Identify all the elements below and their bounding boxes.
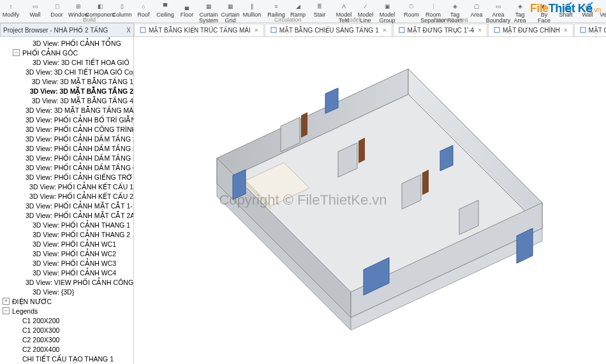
ribbon-mullion[interactable]: ‖Mullion bbox=[241, 1, 263, 18]
wall-icon: ▭ bbox=[30, 1, 40, 11]
tree-item[interactable]: 3D View: PHỐI CẢNH MẶT CẮT 2A-2A bbox=[1, 210, 133, 220]
window-icon: ⊞ bbox=[73, 1, 84, 11]
tree-item[interactable]: 3D View: PHỐI CẢNH WC4 bbox=[1, 268, 133, 277]
ribbon-area[interactable]: ▢Area bbox=[466, 1, 487, 18]
view-tab[interactable]: MẶT BẰNG CHIẾU SÁNG TẦNG 1× bbox=[265, 24, 392, 36]
tag-room-icon: ◈ bbox=[450, 1, 460, 11]
tree-item[interactable]: −PHỐI CẢNH GÓC bbox=[1, 48, 133, 57]
tree-item-label: 3D View: PHỐI CẢNH MẶT CẮT 1-1 bbox=[26, 202, 134, 210]
tree-item[interactable]: 3D View: PHỐI CẢNH GIẾNG TRỜI bbox=[1, 172, 133, 182]
view-tab-label: MẶT CẮT 2A-2A bbox=[589, 27, 606, 34]
tree-item[interactable]: 3D View: 3D MẶT BẰNG TẦNG MÁI bbox=[1, 105, 133, 115]
tree-item[interactable]: C1 200X300 bbox=[1, 325, 133, 335]
tree-item-label: 3D View: PHỐI CẢNH WC3 bbox=[33, 259, 116, 267]
tree-item[interactable]: 3D View: 3D MẶT BẰNG TẦNG 1 bbox=[1, 76, 133, 86]
view-tab-icon bbox=[580, 27, 586, 33]
tree-item-label: PHỐI CẢNH GÓC bbox=[22, 49, 78, 57]
ribbon-railing[interactable]: ≡Railing bbox=[265, 1, 287, 18]
tree-item-label: 3D View: PHỐI CẢNH THANG 1 bbox=[33, 221, 130, 229]
tree-item[interactable]: 3D View: 3D CHI TIẾT HOA GIÓ bbox=[1, 57, 133, 67]
tree-item[interactable]: 3D View: 3D MẶT BẰNG TẦNG 2 bbox=[1, 86, 133, 96]
ribbon-wall[interactable]: ▭Wall bbox=[24, 1, 46, 18]
tree-item-label: 3D View: PHỐI CẢNH CÔNG TRÌNH. bbox=[26, 126, 134, 133]
ribbon-modify[interactable]: ↕Modify bbox=[0, 1, 22, 18]
panel-close-button[interactable]: X bbox=[126, 27, 131, 34]
ribbon-door[interactable]: ⎕Door bbox=[46, 1, 68, 18]
tab-close-icon[interactable]: × bbox=[383, 27, 387, 34]
tree-item[interactable]: 3D View: PHỐI CẢNH DẦM TẦNG 5 bbox=[1, 143, 133, 153]
tree-item[interactable]: 3D View: PHỐI CẢNH CÔNG TRÌNH. bbox=[1, 124, 133, 134]
ribbon-component[interactable]: ◧Component bbox=[89, 1, 111, 18]
component-icon: ◧ bbox=[95, 1, 105, 11]
tree-item[interactable]: 3D View: PHỐI CẢNH WC1 bbox=[1, 239, 133, 249]
ribbon-ceiling[interactable]: ▀Ceiling bbox=[154, 1, 176, 18]
tree-item[interactable]: 3D View: PHỐI CẢNH WC3 bbox=[1, 258, 133, 268]
3d-viewport[interactable] bbox=[134, 37, 606, 364]
ribbon-roof[interactable]: ⌂Roof bbox=[133, 1, 154, 18]
tree-item[interactable]: 3D View: PHỐI CẢNH KẾT CẤU 1 bbox=[1, 182, 133, 191]
tree-expand-icon[interactable]: − bbox=[13, 49, 20, 56]
tree-item[interactable]: 3D View: VIEW PHỐI CẢNH CÔNG TRÌNH bbox=[1, 277, 133, 287]
tree-item[interactable]: 3D View: PHỐI CẢNH TỔNG bbox=[1, 38, 133, 48]
svg-rect-2 bbox=[399, 27, 404, 33]
ribbon-ramp[interactable]: ◢Ramp bbox=[287, 1, 309, 18]
tree-item-label: 3D View: PHỐI CẢNH WC1 bbox=[33, 240, 116, 248]
tab-close-icon[interactable]: × bbox=[564, 27, 568, 34]
svg-rect-0 bbox=[140, 27, 145, 33]
project-browser-tree[interactable]: 3D View: PHỐI CẢNH TỔNG−PHỐI CẢNH GÓC3D … bbox=[0, 37, 134, 364]
tree-item[interactable]: 3D View: PHỐI CẢNH DẦM TẦNG ĐỈNH M bbox=[1, 163, 133, 172]
tree-item[interactable]: 3D View: PHỐI CẢNH THANG 2 bbox=[1, 229, 133, 239]
tree-item[interactable]: 3D View: PHỐI CẢNH BỐ TRÍ GIẰNG MÓNG bbox=[1, 115, 133, 124]
column-icon: ▯ bbox=[117, 1, 127, 11]
ribbon-stair[interactable]: ≣Stair bbox=[309, 1, 330, 18]
tree-item[interactable]: C2 200X400 bbox=[1, 344, 133, 354]
tree-item[interactable]: CHI TIẾT CẤU TẠO THANG 1 bbox=[1, 354, 133, 363]
room-separator-icon: ⋮ bbox=[428, 1, 438, 11]
panel-title: Project Browser - NHÀ PHỐ 2 TẦNG bbox=[3, 27, 108, 34]
ribbon-room[interactable]: □Room bbox=[401, 1, 422, 18]
3d-model-render bbox=[134, 37, 606, 364]
tree-item[interactable]: 3D View: {3D} bbox=[1, 287, 133, 296]
view-tab-label: MẶT BẰNG KIẾN TRÚC TẦNG MÁI bbox=[149, 27, 251, 34]
project-browser-header: Project Browser - NHÀ PHỐ 2 TẦNG X bbox=[0, 23, 134, 37]
view-tab[interactable]: MẶT ĐỨNG TRỤC 1'-4× bbox=[393, 24, 487, 36]
svg-marker-22 bbox=[422, 170, 429, 195]
tree-item[interactable]: C2 200X300 bbox=[1, 335, 133, 344]
view-tab-icon bbox=[399, 27, 405, 33]
tree-item[interactable]: 3D View: PHỐI CẢNH DẦM TẦNG 2 bbox=[1, 134, 133, 143]
tree-item[interactable]: 3D View: 3D CHI TIẾT HOA GIÓ Copy 1 bbox=[1, 67, 133, 76]
room-icon: □ bbox=[406, 1, 417, 11]
tree-item[interactable]: +ĐIỆN NƯỚC bbox=[1, 296, 133, 306]
tree-item-label: 3D View: PHỐI CẢNH KẾT CẤU 2 bbox=[29, 193, 133, 200]
view-tab[interactable]: MẶT CẮT 2A-2A× bbox=[574, 24, 606, 36]
tree-item-label: ĐIỆN NƯỚC bbox=[12, 298, 52, 305]
tree-item[interactable]: 3D View: PHỐI CẢNH KẾT CẤU 2 bbox=[1, 191, 133, 201]
tab-close-icon[interactable]: × bbox=[255, 27, 258, 34]
view-tab-icon bbox=[140, 27, 146, 33]
curtain-system-icon: ▦ bbox=[203, 1, 214, 11]
view-tab[interactable]: MẶT ĐỨNG CHÍNH× bbox=[488, 24, 573, 36]
model-text-icon: A bbox=[339, 1, 349, 11]
ribbon-column[interactable]: ▯Column bbox=[111, 1, 133, 18]
tree-expand-icon[interactable]: + bbox=[3, 298, 10, 305]
tree-item[interactable]: C1 200X200 bbox=[1, 316, 133, 325]
tree-item[interactable]: 3D View: PHỐI CẢNH THANG 1 bbox=[1, 220, 133, 229]
view-tab-label: MẶT BẰNG CHIẾU SÁNG TẦNG 1 bbox=[279, 27, 379, 34]
tree-item[interactable]: 3D View: PHỐI CẢNH DẦM TẦNG MÁI. bbox=[1, 153, 133, 163]
tree-item-label: 3D View: PHỐI CẢNH WC4 bbox=[33, 269, 116, 277]
tree-item[interactable]: 3D View: PHỐI CẢNH MẶT CẮT 1-1 bbox=[1, 201, 133, 210]
area-boundary-icon: ▭ bbox=[493, 1, 503, 11]
view-tab[interactable]: MẶT BẰNG KIẾN TRÚC TẦNG MÁI× bbox=[134, 24, 264, 36]
stair-icon: ≣ bbox=[314, 1, 325, 11]
tree-item[interactable]: −Legends bbox=[1, 306, 133, 316]
ribbon-floor[interactable]: ▄Floor bbox=[176, 1, 198, 18]
tree-expand-icon[interactable]: − bbox=[3, 307, 10, 314]
ribbon-group-build: Build bbox=[83, 17, 96, 23]
mullion-icon: ‖ bbox=[247, 1, 257, 11]
svg-rect-3 bbox=[494, 27, 499, 33]
tree-item[interactable]: 3D View: 3D MẶT BẰNG TẦNG 4 bbox=[1, 96, 133, 105]
tree-item-label: 3D View: PHỐI CẢNH DẦM TẦNG 2 bbox=[26, 135, 134, 143]
tree-item-label: 3D View: PHỐI CẢNH DẦM TẦNG MÁI. bbox=[26, 154, 134, 162]
tab-close-icon[interactable]: × bbox=[478, 27, 482, 34]
tree-item[interactable]: 3D View: PHỐI CẢNH WC2 bbox=[1, 249, 133, 258]
